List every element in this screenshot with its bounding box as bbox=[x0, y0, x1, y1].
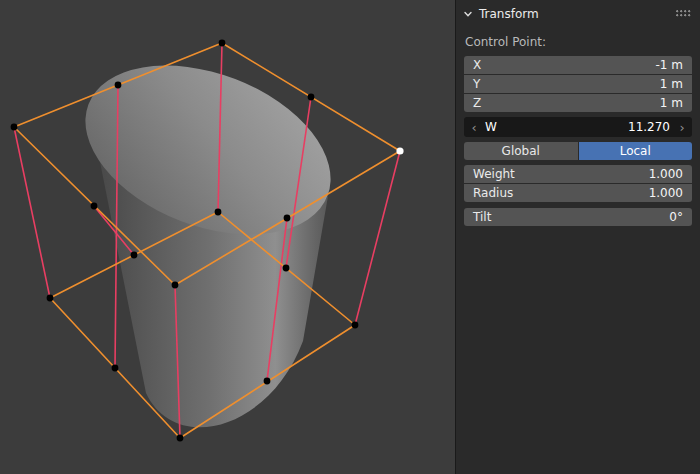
field-z[interactable]: Z 1 m bbox=[464, 94, 692, 112]
local-button[interactable]: Local bbox=[579, 142, 693, 160]
field-x-value: -1 m bbox=[656, 58, 683, 72]
coordinate-fields: X -1 m Y 1 m Z 1 m bbox=[464, 56, 692, 112]
field-w-label: W bbox=[485, 120, 497, 134]
field-tilt[interactable]: Tilt 0° bbox=[464, 208, 692, 226]
viewport-3d[interactable] bbox=[0, 0, 455, 474]
field-x-label: X bbox=[473, 58, 481, 72]
field-weight-value: 1.000 bbox=[649, 167, 683, 181]
orientation-toggle: Global Local bbox=[464, 142, 692, 160]
panel-title: Transform bbox=[479, 7, 670, 21]
field-y[interactable]: Y 1 m bbox=[464, 75, 692, 93]
selected-control-point[interactable] bbox=[396, 147, 403, 154]
field-z-label: Z bbox=[473, 96, 481, 110]
panel-header[interactable]: Transform bbox=[456, 0, 700, 28]
transform-panel: Transform Control Point: X -1 m Y 1 m Z … bbox=[455, 0, 700, 474]
field-x[interactable]: X -1 m bbox=[464, 56, 692, 74]
field-y-label: Y bbox=[473, 77, 480, 91]
field-tilt-value: 0° bbox=[669, 210, 683, 224]
field-radius-value: 1.000 bbox=[649, 186, 683, 200]
field-w-value: 11.270 bbox=[628, 120, 670, 134]
chevron-down-icon[interactable] bbox=[463, 9, 473, 19]
tilt-field-group: Tilt 0° bbox=[464, 208, 692, 226]
field-y-value: 1 m bbox=[660, 77, 683, 91]
grip-icon[interactable] bbox=[676, 10, 691, 18]
field-radius-label: Radius bbox=[473, 186, 513, 200]
field-weight-label: Weight bbox=[473, 167, 515, 181]
section-label: Control Point: bbox=[465, 34, 691, 50]
decrement-arrow-icon[interactable]: ‹ bbox=[467, 121, 481, 134]
weight-radius-fields: Weight 1.000 Radius 1.000 bbox=[464, 165, 692, 202]
global-button[interactable]: Global bbox=[464, 142, 578, 160]
increment-arrow-icon[interactable]: › bbox=[675, 121, 689, 134]
field-radius[interactable]: Radius 1.000 bbox=[464, 184, 692, 202]
field-tilt-label: Tilt bbox=[473, 210, 491, 224]
field-z-value: 1 m bbox=[660, 96, 683, 110]
field-weight[interactable]: Weight 1.000 bbox=[464, 165, 692, 183]
field-w[interactable]: ‹ W 11.270 › bbox=[464, 117, 692, 137]
